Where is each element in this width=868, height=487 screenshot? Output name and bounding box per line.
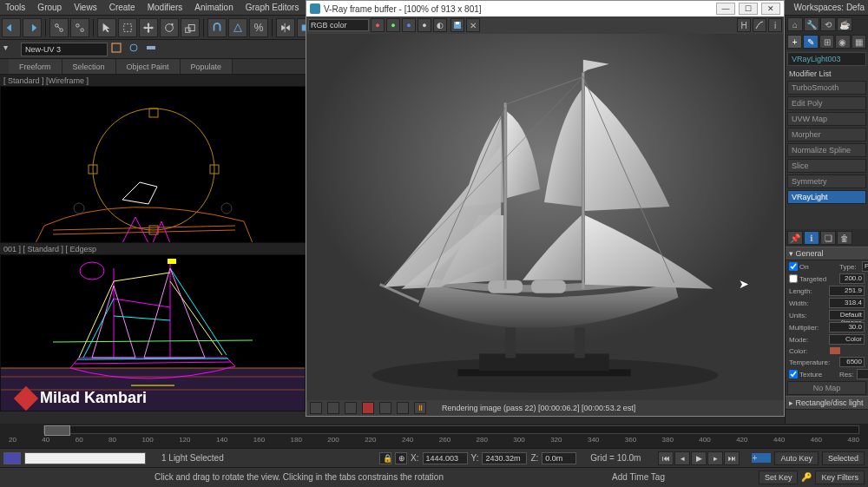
play-button[interactable]: ▶ <box>691 451 707 465</box>
isolate-button[interactable]: + <box>752 453 771 463</box>
menu-tools[interactable]: Tools <box>3 3 27 12</box>
vfb-track-button[interactable] <box>345 402 357 414</box>
menu-create[interactable]: Create <box>108 3 137 12</box>
y-coord[interactable]: 2430.32m <box>482 452 527 464</box>
vfb-stop-button[interactable] <box>362 402 374 414</box>
setkey-button[interactable]: Set Key <box>759 471 799 484</box>
time-slider-thumb[interactable] <box>44 425 70 436</box>
vfb-pause-icon[interactable]: ⏸ <box>414 402 426 414</box>
stack-slice[interactable]: Slice <box>787 159 866 173</box>
next-frame-button[interactable]: ▸ <box>707 451 723 465</box>
workspaces-label[interactable]: Workspaces: Defa <box>793 3 865 12</box>
show-end-result-icon[interactable]: ℹ <box>804 231 819 245</box>
vfb-region-button[interactable] <box>327 402 339 414</box>
mode-tab-populate[interactable]: Populate <box>181 59 233 74</box>
color-swatch[interactable] <box>829 346 841 355</box>
coord-icon[interactable]: ⊕ <box>395 452 407 464</box>
hierarchy-tab-icon[interactable]: ⊞ <box>819 35 834 49</box>
house-icon[interactable]: ⌂ <box>787 17 803 31</box>
texture-checkbox[interactable] <box>789 370 798 378</box>
object-name-field[interactable]: VRayLight003 <box>787 52 866 66</box>
maxscript-icon[interactable] <box>3 452 21 464</box>
stack-symmetry[interactable]: Symmetry <box>787 174 866 188</box>
undo-button[interactable] <box>2 18 21 37</box>
link-button[interactable] <box>49 18 69 37</box>
rotate-button[interactable] <box>160 18 179 37</box>
stack-morpher[interactable]: Morpher <box>787 128 866 141</box>
selected-filters[interactable]: Selected <box>822 451 865 465</box>
viewport-top-label[interactable]: [ Standard ] [Wireframe ] <box>0 75 306 86</box>
multiplier-value[interactable]: 30.0 <box>829 322 865 332</box>
modifier-list-label[interactable]: Modifier List <box>786 68 868 80</box>
angle-snap-toggle[interactable] <box>228 18 247 37</box>
vfb-info-button[interactable]: i <box>768 18 782 32</box>
pin-stack-icon[interactable]: 📌 <box>787 231 803 245</box>
uv-dropdown-icon[interactable]: ▾ <box>3 43 17 56</box>
mode-tab-object-paint[interactable]: Object Paint <box>116 59 181 74</box>
units-dropdown[interactable]: Default (image <box>829 310 865 320</box>
mode-tab-freeform[interactable]: Freeform <box>9 59 62 74</box>
rect-disc-rollout-header[interactable]: ▸ Rectangle/disc light <box>786 396 868 410</box>
length-value[interactable]: 251.9 <box>829 286 865 296</box>
targeted-checkbox[interactable] <box>789 274 798 283</box>
create-tab-icon[interactable]: + <box>787 35 802 49</box>
vfb-red-channel[interactable]: ● <box>371 18 385 32</box>
mode-dropdown[interactable]: Color <box>829 334 865 345</box>
keyfilters-button[interactable]: Key Filters <box>815 471 865 484</box>
scale-button[interactable] <box>181 18 200 37</box>
vfb-history-button[interactable]: H <box>737 18 751 32</box>
window-minimize-button[interactable]: — <box>716 3 735 15</box>
remove-modifier-icon[interactable]: 🗑 <box>837 231 852 245</box>
general-rollout-header[interactable]: ▾ General <box>786 247 868 260</box>
make-unique-icon[interactable]: ❏ <box>820 231 836 245</box>
orbit-icon[interactable]: ⟲ <box>820 17 836 31</box>
vfb-save-button[interactable] <box>450 18 464 32</box>
motion-tab-icon[interactable]: ◉ <box>835 35 850 49</box>
vfb-green-channel[interactable]: ● <box>386 18 400 32</box>
display-tab-icon[interactable]: ▦ <box>852 35 866 49</box>
lock-icon[interactable]: 🔒 <box>379 452 391 464</box>
vfb-mono-channel[interactable]: ◐ <box>433 18 447 32</box>
stack-vraylight[interactable]: VRayLight <box>787 190 866 204</box>
vfb-render-view[interactable]: ➤ <box>306 34 784 400</box>
targeted-value[interactable]: 200.0 <box>839 273 865 284</box>
time-slider[interactable] <box>43 425 859 434</box>
goto-start-button[interactable]: ⏮ <box>658 451 674 465</box>
window-maximize-button[interactable]: ☐ <box>739 3 758 15</box>
on-checkbox[interactable] <box>789 262 798 271</box>
vfb-corrections-button[interactable] <box>753 18 766 32</box>
nomap-button[interactable]: No Map <box>787 381 866 395</box>
menu-views[interactable]: Views <box>72 3 99 12</box>
uv-tool-b[interactable] <box>128 43 142 56</box>
stack-uvwmap[interactable]: UVW Map <box>787 112 866 126</box>
menu-graph-editors[interactable]: Graph Editors <box>244 3 301 12</box>
uv-tool-c[interactable] <box>146 43 160 56</box>
modify-tab-icon[interactable]: ✎ <box>803 35 818 49</box>
stack-editpoly[interactable]: Edit Poly <box>787 96 866 110</box>
vfb-lock-icon[interactable] <box>379 402 391 414</box>
teapot-icon[interactable]: ☕ <box>837 17 852 31</box>
viewport-bottom[interactable] <box>0 254 306 411</box>
uv-set-dropdown[interactable] <box>21 43 108 56</box>
uv-tool-a[interactable] <box>111 43 125 56</box>
vfb-render-button[interactable] <box>310 402 322 414</box>
move-button[interactable] <box>139 18 158 37</box>
width-value[interactable]: 318.4 <box>829 298 865 308</box>
vfb-clear-button[interactable]: ✕ <box>466 18 480 32</box>
stack-normalizespline[interactable]: Normalize Spline <box>787 143 866 157</box>
select-button[interactable] <box>97 18 116 37</box>
viewport-top[interactable] <box>0 86 306 243</box>
percent-snap-toggle[interactable]: % <box>249 18 268 37</box>
add-time-tag[interactable]: Add Time Tag <box>612 472 665 482</box>
x-coord[interactable]: 1444.003 <box>423 452 468 464</box>
vfb-alpha-channel[interactable]: ● <box>418 18 431 32</box>
type-dropdown[interactable]: Plane <box>862 261 868 272</box>
menu-animation[interactable]: Animation <box>193 3 234 12</box>
prev-frame-button[interactable]: ◂ <box>674 451 690 465</box>
res-value[interactable]: 5 <box>857 369 868 379</box>
vfb-blue-channel[interactable]: ● <box>402 18 416 32</box>
stack-turbosmooth[interactable]: TurboSmooth <box>787 81 866 95</box>
unlink-button[interactable] <box>70 18 89 37</box>
goto-end-button[interactable]: ⏭ <box>724 451 740 465</box>
mirror-button[interactable] <box>276 18 295 37</box>
